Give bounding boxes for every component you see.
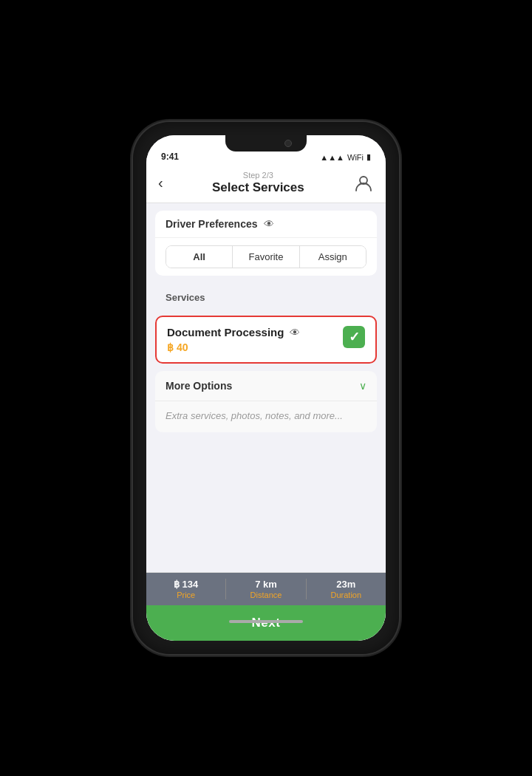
price-label: Price — [146, 590, 225, 599]
check-icon: ✓ — [349, 329, 360, 345]
price-value: ฿ 134 — [146, 579, 225, 590]
price-info-row: ฿ 134 Price 7 km Distance 23m Duration — [146, 573, 386, 605]
battery-icon: ▮ — [366, 152, 371, 162]
signal-icon: ▲▲▲ — [320, 153, 344, 162]
doc-checkbox[interactable]: ✓ — [343, 326, 365, 348]
next-button[interactable]: Next — [146, 605, 386, 641]
page-title: Select Services — [163, 180, 353, 195]
services-label-row: Services — [155, 283, 377, 308]
phone-screen: 9:41 ▲▲▲ WiFi ▮ ‹ Step 2/3 Select Servic… — [146, 135, 386, 641]
home-indicator — [229, 620, 303, 623]
header-center: Step 2/3 Select Services — [163, 171, 353, 195]
duration-value: 23m — [307, 579, 386, 590]
services-label: Services — [166, 292, 205, 303]
doc-eye-icon: 👁 — [290, 327, 300, 338]
step-label: Step 2/3 — [163, 171, 353, 180]
tab-all[interactable]: All — [166, 246, 233, 268]
distance-value: 7 km — [226, 579, 305, 590]
driver-preferences-card: Driver Preferences 👁 All Favorite Assign — [155, 211, 377, 276]
extra-services-placeholder: Extra services, photos, notes, and more.… — [166, 410, 343, 421]
document-processing-item[interactable]: Document Processing 👁 ฿ 40 ✓ — [155, 316, 377, 364]
camera — [284, 140, 292, 147]
tab-assign[interactable]: Assign — [300, 246, 366, 268]
price-info-distance: 7 km Distance — [226, 579, 306, 599]
doc-title: Document Processing — [167, 326, 284, 338]
status-time: 9:41 — [161, 152, 179, 162]
eye-icon[interactable]: 👁 — [264, 218, 274, 230]
driver-preferences-header: Driver Preferences 👁 — [155, 211, 377, 238]
driver-preferences-header-left: Driver Preferences 👁 — [166, 218, 274, 230]
price-info-duration: 23m Duration — [307, 579, 386, 599]
profile-icon[interactable] — [353, 173, 374, 194]
wifi-icon: WiFi — [347, 153, 364, 162]
doc-card-left: Document Processing 👁 ฿ 40 — [167, 326, 300, 353]
tab-favorite[interactable]: Favorite — [233, 246, 299, 268]
header: ‹ Step 2/3 Select Services — [146, 165, 386, 203]
doc-title-row: Document Processing 👁 — [167, 326, 300, 338]
notch — [225, 135, 307, 152]
phone-frame: 9:41 ▲▲▲ WiFi ▮ ‹ Step 2/3 Select Servic… — [133, 122, 399, 654]
more-options-body: Extra services, photos, notes, and more.… — [155, 401, 377, 432]
price-info-price: ฿ 134 Price — [146, 579, 226, 599]
more-options-card: More Options ∨ Extra services, photos, n… — [155, 371, 377, 432]
driver-filter-tabs: All Favorite Assign — [166, 245, 366, 268]
more-options-header[interactable]: More Options ∨ — [155, 371, 377, 401]
bottom-bar: ฿ 134 Price 7 km Distance 23m Duration N… — [146, 572, 386, 641]
more-options-title: More Options — [166, 380, 232, 392]
chevron-down-icon: ∨ — [359, 380, 366, 392]
doc-price: ฿ 40 — [167, 341, 300, 353]
distance-label: Distance — [226, 590, 305, 599]
duration-label: Duration — [307, 590, 386, 599]
driver-preferences-title: Driver Preferences — [166, 218, 258, 230]
back-button[interactable]: ‹ — [158, 174, 163, 191]
status-icons: ▲▲▲ WiFi ▮ — [320, 152, 371, 162]
main-content: Driver Preferences 👁 All Favorite Assign… — [146, 203, 386, 572]
